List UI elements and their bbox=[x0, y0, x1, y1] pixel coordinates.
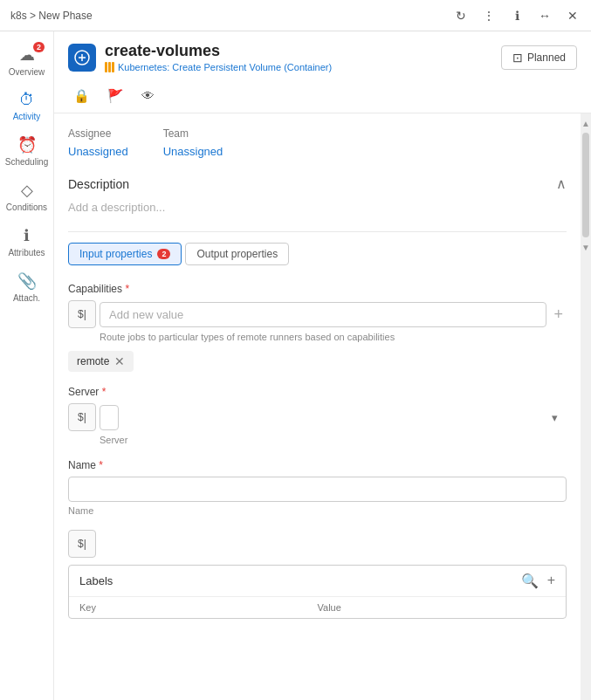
capabilities-tags: remote ✕ bbox=[68, 351, 567, 372]
labels-box: Labels 🔍 + Key Value bbox=[68, 565, 567, 619]
team-label: Team bbox=[163, 127, 223, 140]
sidebar-item-label: Activity bbox=[13, 112, 41, 121]
tag-remote: remote ✕ bbox=[68, 351, 134, 372]
capabilities-dollar-icon[interactable]: $| bbox=[68, 300, 96, 328]
overview-badge: 2 bbox=[33, 42, 45, 52]
lock-icon[interactable]: 🔒 bbox=[68, 85, 95, 107]
assignee-col: Assignee Unassigned bbox=[68, 127, 128, 158]
labels-search-icon[interactable]: 🔍 bbox=[521, 573, 539, 589]
capabilities-label: Capabilities * bbox=[68, 283, 567, 295]
conditions-icon: ◇ bbox=[21, 181, 33, 200]
attributes-icon: ℹ bbox=[24, 226, 30, 245]
server-select[interactable] bbox=[100, 405, 119, 430]
sidebar-item-label: Conditions bbox=[6, 202, 47, 212]
description-header: Description ∧ bbox=[68, 175, 567, 192]
input-tab-badge: 2 bbox=[157, 249, 170, 259]
planned-button[interactable]: ⊡ Planned bbox=[501, 45, 577, 70]
sidebar: 2 ☁ Overview ⏱ Activity ⏰ Scheduling ◇ C… bbox=[0, 31, 54, 700]
info-icon[interactable]: ℹ bbox=[509, 8, 525, 24]
server-select-wrapper bbox=[100, 405, 567, 430]
labels-header: Labels 🔍 + bbox=[69, 566, 566, 597]
expand-icon[interactable]: ↔ bbox=[537, 8, 553, 24]
eye-icon[interactable]: 👁 bbox=[136, 85, 160, 107]
scroll-up-button[interactable]: ▲ bbox=[581, 115, 591, 131]
attach-icon: 📎 bbox=[17, 271, 37, 291]
close-icon[interactable]: ✕ bbox=[565, 8, 581, 24]
labels-value-header: Value bbox=[318, 602, 556, 613]
tag-remove-button[interactable]: ✕ bbox=[114, 354, 125, 368]
sidebar-item-scheduling[interactable]: ⏰ Scheduling bbox=[0, 128, 53, 174]
team-value[interactable]: Unassigned bbox=[163, 145, 223, 158]
server-sublabel: Server bbox=[100, 435, 567, 445]
capabilities-input-row: $| + bbox=[68, 300, 567, 328]
sidebar-item-attributes[interactable]: ℹ Attributes bbox=[0, 219, 53, 264]
sidebar-item-label: Attach. bbox=[13, 293, 40, 303]
sidebar-item-label: Attributes bbox=[8, 248, 45, 257]
sidebar-item-overview[interactable]: 2 ☁ Overview bbox=[0, 38, 53, 84]
page-title: create-volumes bbox=[105, 42, 332, 60]
description-collapse-icon[interactable]: ∧ bbox=[556, 175, 567, 192]
assignee-team-row: Assignee Unassigned Team Unassigned bbox=[68, 127, 567, 158]
scroll-down-button[interactable]: ▼ bbox=[581, 239, 591, 255]
activity-icon: ⏱ bbox=[19, 91, 35, 109]
content-main: Assignee Unassigned Team Unassigned Desc… bbox=[54, 113, 581, 700]
server-label: Server * bbox=[68, 386, 567, 398]
breadcrumb: k8s > New Phase bbox=[10, 10, 93, 22]
tab-input-properties[interactable]: Input properties 2 bbox=[68, 243, 182, 265]
capabilities-add-button[interactable]: + bbox=[550, 302, 567, 327]
server-input-row: $| bbox=[68, 403, 567, 431]
planned-icon: ⊡ bbox=[512, 51, 523, 65]
team-col: Team Unassigned bbox=[163, 127, 223, 158]
more-icon[interactable]: ⋮ bbox=[481, 8, 497, 24]
subtitle: Kubernetes: Create Persistent Volume (Co… bbox=[105, 62, 332, 72]
capabilities-hint: Route jobs to particular types of remote… bbox=[100, 332, 567, 342]
name-input[interactable] bbox=[68, 477, 567, 502]
content-body: Assignee Unassigned Team Unassigned Desc… bbox=[54, 113, 591, 700]
refresh-icon[interactable]: ↻ bbox=[453, 8, 469, 24]
description-title: Description bbox=[68, 177, 129, 191]
sidebar-item-label: Scheduling bbox=[5, 157, 48, 167]
sidebar-item-activity[interactable]: ⏱ Activity bbox=[0, 84, 53, 128]
capabilities-input[interactable] bbox=[100, 302, 546, 327]
name-field: Name * Name bbox=[68, 459, 567, 516]
labels-actions: 🔍 + bbox=[521, 573, 555, 589]
tag-label: remote bbox=[77, 355, 109, 367]
flag-icon[interactable]: 🚩 bbox=[102, 85, 129, 107]
tab-output-properties[interactable]: Output properties bbox=[185, 243, 289, 265]
title-bar-actions: ↻ ⋮ ℹ ↔ ✕ bbox=[453, 8, 581, 24]
scroll-thumb[interactable] bbox=[582, 133, 589, 237]
name-sublabel: Name bbox=[68, 505, 567, 516]
overview-icon: ☁ bbox=[19, 45, 35, 65]
sidebar-item-label: Overview bbox=[9, 67, 45, 77]
content-area: create-volumes Kubernetes: Create Persis… bbox=[54, 31, 591, 700]
subtitle-icon bbox=[105, 62, 114, 72]
capabilities-field: Capabilities * $| + Route jobs to partic… bbox=[68, 283, 567, 372]
labels-dollar-icon[interactable]: $| bbox=[68, 530, 96, 558]
labels-add-icon[interactable]: + bbox=[547, 573, 555, 589]
tab-icons-row: 🔒 🚩 👁 bbox=[68, 79, 577, 113]
divider bbox=[68, 231, 567, 232]
server-field: Server * $| Server bbox=[68, 386, 567, 445]
sidebar-item-attach[interactable]: 📎 Attach. bbox=[0, 264, 53, 310]
labels-col-headers: Key Value bbox=[69, 597, 566, 618]
labels-title: Labels bbox=[79, 574, 113, 587]
labels-field: $| Labels 🔍 + Key Value bbox=[68, 530, 567, 619]
labels-key-header: Key bbox=[79, 602, 318, 613]
scrollbar: ▲ ▼ bbox=[581, 113, 591, 700]
assignee-value[interactable]: Unassigned bbox=[68, 145, 128, 158]
description-placeholder[interactable]: Add a description... bbox=[68, 201, 567, 214]
name-label: Name * bbox=[68, 459, 567, 471]
title-bar: k8s > New Phase ↻ ⋮ ℹ ↔ ✕ bbox=[0, 0, 591, 31]
scheduling-icon: ⏰ bbox=[17, 135, 37, 154]
tabs-row: Input properties 2 Output properties bbox=[68, 243, 567, 265]
page-title-row: create-volumes Kubernetes: Create Persis… bbox=[68, 42, 332, 72]
app-logo bbox=[68, 44, 96, 72]
server-dollar-icon[interactable]: $| bbox=[68, 403, 96, 431]
content-header: create-volumes Kubernetes: Create Persis… bbox=[54, 31, 591, 113]
assignee-label: Assignee bbox=[68, 127, 128, 140]
sidebar-item-conditions[interactable]: ◇ Conditions bbox=[0, 174, 53, 219]
